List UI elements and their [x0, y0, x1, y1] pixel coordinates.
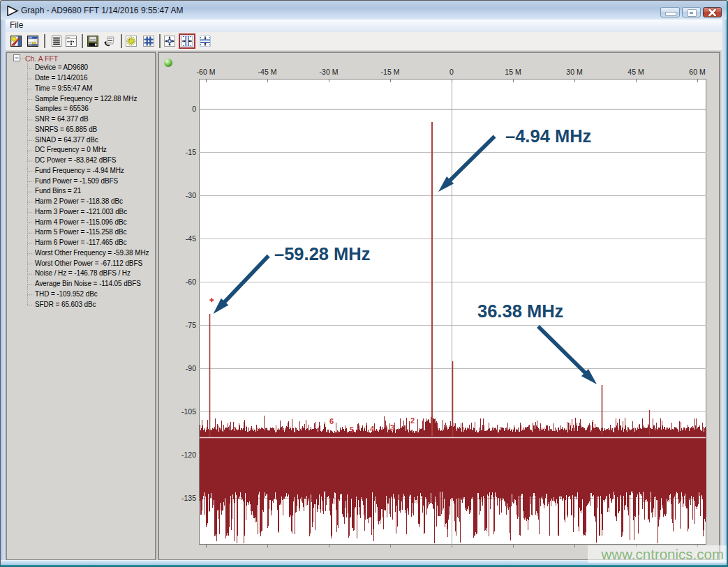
svg-text:-45: -45: [186, 234, 196, 243]
svg-text:–59.28 MHz: –59.28 MHz: [274, 244, 371, 264]
svg-text:-105: -105: [181, 407, 196, 416]
svg-text:-30: -30: [186, 191, 196, 199]
svg-text:0: 0: [192, 105, 196, 113]
svg-text:-90: -90: [186, 364, 196, 372]
svg-text:-15: -15: [186, 148, 196, 156]
svg-text:-30 M: -30 M: [320, 68, 339, 76]
svg-text:30 M: 30 M: [566, 68, 582, 76]
svg-text:-120: -120: [181, 451, 196, 459]
svg-text:4: 4: [370, 425, 375, 433]
svg-text:-45 M: -45 M: [258, 68, 277, 76]
svg-text:-15 M: -15 M: [381, 68, 400, 76]
svg-text:6: 6: [329, 417, 334, 425]
svg-text:45 M: 45 M: [627, 68, 644, 76]
svg-text:15 M: 15 M: [505, 68, 521, 76]
svg-text:3: 3: [390, 423, 394, 432]
svg-text:-60 M: -60 M: [197, 68, 216, 76]
svg-text:36.38 MHz: 36.38 MHz: [477, 301, 563, 321]
svg-text:-60: -60: [186, 278, 196, 286]
svg-text:60 M: 60 M: [689, 68, 705, 76]
svg-text:-75: -75: [186, 321, 196, 329]
svg-text:5: 5: [350, 425, 354, 434]
svg-text:2: 2: [410, 416, 415, 425]
svg-text:–4.94 MHz: –4.94 MHz: [505, 126, 591, 146]
svg-text:-135: -135: [181, 494, 196, 502]
svg-text:0: 0: [450, 68, 454, 76]
